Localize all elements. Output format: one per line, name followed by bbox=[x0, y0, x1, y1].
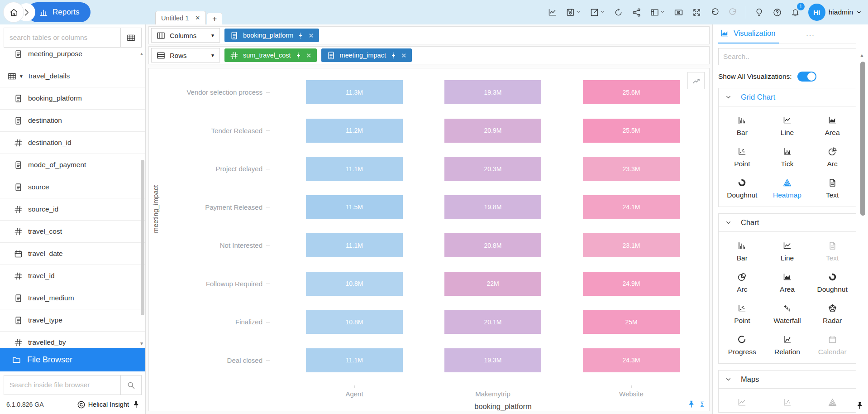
reports-button[interactable]: Reports bbox=[27, 2, 91, 22]
tab-close-icon[interactable]: ✕ bbox=[195, 14, 200, 21]
viz-item-progress[interactable]: Progress bbox=[720, 329, 765, 361]
heatmap-cell[interactable]: 20.8M bbox=[444, 233, 541, 257]
heatmap-cell[interactable]: 11.1M bbox=[306, 348, 403, 372]
viz-item-heatmap[interactable]: Heatmap bbox=[765, 173, 810, 204]
field-item-travelled_by[interactable]: travelled_by bbox=[0, 332, 145, 348]
field-item-travel_date[interactable]: travel_date bbox=[0, 243, 145, 265]
scroll-up-icon[interactable]: ▲ bbox=[139, 51, 144, 56]
heatmap-cell[interactable]: 11.3M bbox=[306, 80, 403, 104]
heatmap-cell[interactable]: 23.3M bbox=[583, 157, 680, 181]
heatmap-cell[interactable]: 20.9M bbox=[444, 119, 541, 143]
field-item-destination[interactable]: destination bbox=[0, 110, 145, 132]
viz-item-relation[interactable]: Relation bbox=[765, 329, 810, 361]
home-button[interactable] bbox=[4, 2, 24, 22]
view-mode-button[interactable] bbox=[672, 6, 685, 19]
expand-caret-icon[interactable]: ▼ bbox=[19, 74, 24, 79]
heatmap-cell[interactable]: 22M bbox=[444, 272, 541, 296]
viz-item-bar[interactable]: Bar bbox=[720, 110, 765, 141]
heatmap-cell[interactable]: 10.8M bbox=[306, 272, 403, 296]
heatmap-cell[interactable]: 25M bbox=[583, 310, 680, 334]
field-item-mode_of_payment[interactable]: mode_of_payment bbox=[0, 154, 145, 176]
table-view-button[interactable] bbox=[120, 28, 141, 47]
viz-item-area[interactable]: Area bbox=[765, 267, 810, 298]
remove-icon[interactable] bbox=[401, 53, 407, 58]
viz-item-tick[interactable]: Tick bbox=[765, 141, 810, 173]
field-item-booking_platform[interactable]: booking_platform bbox=[0, 87, 145, 110]
field-item-travel_id[interactable]: travel_id bbox=[0, 265, 145, 287]
tips-button[interactable] bbox=[753, 6, 765, 19]
viz-item-line[interactable]: Line bbox=[765, 110, 810, 141]
heatmap-cell[interactable]: 11.1M bbox=[306, 157, 403, 181]
viz-item-text[interactable]: Text bbox=[810, 173, 855, 204]
export-button[interactable] bbox=[588, 6, 606, 19]
pill-meeting_impact[interactable]: meeting_impact bbox=[321, 48, 412, 62]
remove-icon[interactable] bbox=[306, 53, 312, 58]
heatmap-cell[interactable]: 24.1M bbox=[583, 195, 680, 219]
heatmap-cell[interactable]: 19.3M bbox=[444, 348, 541, 372]
field-item-travel_cost[interactable]: travel_cost bbox=[0, 221, 145, 243]
section-header[interactable]: Maps bbox=[719, 371, 856, 389]
viz-item-point[interactable]: Point bbox=[720, 298, 765, 329]
section-header[interactable]: Grid Chart bbox=[719, 88, 856, 106]
notifications-button[interactable]: 1 bbox=[789, 6, 801, 19]
heatmap-cell[interactable]: 25.6M bbox=[583, 80, 680, 104]
heatmap-cell[interactable]: 20.3M bbox=[444, 157, 541, 181]
section-header[interactable]: Chart bbox=[719, 214, 856, 232]
remove-icon[interactable] bbox=[308, 33, 314, 39]
more-options-icon[interactable]: ... bbox=[806, 30, 815, 38]
panel-scroll-up-icon[interactable]: ▲ bbox=[859, 53, 864, 58]
field-item-destination_id[interactable]: destination_id bbox=[0, 132, 145, 154]
scroll-down-icon[interactable]: ▼ bbox=[139, 341, 144, 346]
field-item-source_id[interactable]: source_id bbox=[0, 198, 145, 221]
heatmap-cell[interactable]: 19.8M bbox=[444, 195, 541, 219]
viz-item-arc[interactable]: Arc bbox=[810, 141, 855, 173]
show-all-toggle[interactable] bbox=[797, 72, 816, 82]
search-icon[interactable] bbox=[120, 375, 141, 395]
viz-item-area[interactable]: Area bbox=[810, 110, 855, 141]
heatmap-cell[interactable]: 23.1M bbox=[583, 233, 680, 257]
field-item-travel_type[interactable]: travel_type bbox=[0, 309, 145, 332]
refresh-button[interactable] bbox=[612, 6, 625, 19]
file-search-input[interactable] bbox=[4, 375, 120, 395]
split-icon[interactable] bbox=[297, 32, 304, 39]
split-icon[interactable] bbox=[390, 52, 397, 59]
heatmap-cell[interactable]: 20.1M bbox=[444, 310, 541, 334]
help-button[interactable] bbox=[771, 6, 783, 19]
pin-icon[interactable] bbox=[855, 401, 864, 410]
tab-visualization[interactable]: Visualization bbox=[718, 24, 779, 43]
panel-layout-button[interactable] bbox=[649, 6, 667, 19]
add-tab-button[interactable]: + bbox=[207, 13, 222, 24]
heatmap-cell[interactable]: 11.2M bbox=[306, 119, 403, 143]
pin-icon[interactable] bbox=[687, 400, 696, 409]
pin-icon[interactable] bbox=[131, 400, 141, 409]
heatmap-cell[interactable]: 11.1M bbox=[306, 233, 403, 257]
heatmap-cell[interactable]: 19.3M bbox=[444, 80, 541, 104]
undo-button[interactable] bbox=[709, 6, 721, 19]
split-icon[interactable] bbox=[295, 52, 302, 59]
viz-item-doughnut[interactable]: Doughnut bbox=[810, 267, 855, 298]
heatmap-cell[interactable]: 25.5M bbox=[583, 119, 680, 143]
file-browser-button[interactable]: File Browser bbox=[0, 348, 145, 371]
save-button[interactable] bbox=[564, 6, 582, 19]
chart-preview-button[interactable] bbox=[546, 6, 558, 19]
share-button[interactable] bbox=[630, 6, 643, 19]
field-item-meeting_purpose[interactable]: meeting_purpose bbox=[0, 49, 145, 65]
field-item-travel_medium[interactable]: travel_medium bbox=[0, 287, 145, 309]
field-item-travel_details[interactable]: ▼travel_details bbox=[0, 65, 145, 87]
sidebar-scrollbar[interactable] bbox=[141, 160, 144, 315]
heatmap-cell[interactable]: 24.9M bbox=[583, 272, 680, 296]
pill-sum_travel_cost[interactable]: sum_travel_cost bbox=[224, 48, 317, 62]
heatmap-cell[interactable]: 11.5M bbox=[306, 195, 403, 219]
viz-item-point[interactable]: Point bbox=[720, 141, 765, 173]
viz-item-doughnut[interactable]: Doughnut bbox=[720, 173, 765, 204]
tab-untitled-1[interactable]: Untitled 1 ✕ bbox=[155, 11, 206, 24]
heatmap-cell[interactable]: 24.3M bbox=[583, 348, 680, 372]
heatmap-cell[interactable]: 10.8M bbox=[306, 310, 403, 334]
viz-item-line[interactable]: Line bbox=[765, 236, 810, 267]
rows-dropdown[interactable]: Rows ▼ bbox=[151, 48, 220, 63]
field-item-source[interactable]: source bbox=[0, 176, 145, 198]
viz-item-radar[interactable]: Radar bbox=[810, 298, 855, 329]
user-menu[interactable]: HI hiadmin bbox=[808, 4, 862, 21]
viz-item-arc[interactable]: Arc bbox=[720, 267, 765, 298]
viz-search-input[interactable] bbox=[719, 48, 856, 65]
